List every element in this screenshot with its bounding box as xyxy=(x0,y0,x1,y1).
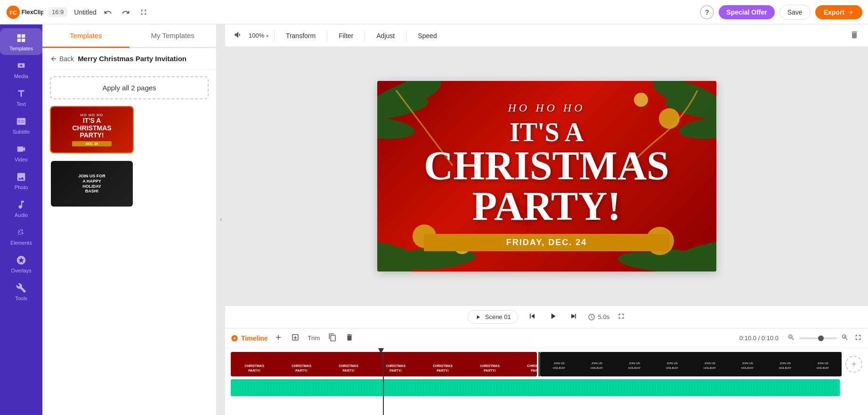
svg-point-11 xyxy=(377,235,416,265)
sidebar-item-subtitle[interactable]: Subtitle xyxy=(0,112,42,138)
sidebar-item-overlays[interactable]: Overlays xyxy=(0,250,42,277)
split-button[interactable] xyxy=(289,331,302,345)
sidebar: Templates Media Text Subtitle Video Phot… xyxy=(0,24,42,415)
main-layout: Templates Media Text Subtitle Video Phot… xyxy=(0,24,868,415)
scene-button[interactable]: Scene 01 xyxy=(468,310,518,324)
logo: FC FlexClip xyxy=(6,4,43,21)
panel-back-header: Back Merry Christmas Party Invitation xyxy=(42,48,216,70)
timeline-tracks: 01 CHRISTMAS PARTY! xyxy=(225,348,868,415)
undo-button[interactable] xyxy=(101,6,114,19)
sidebar-item-media[interactable]: Media xyxy=(0,56,42,83)
sidebar-item-photo[interactable]: Photo xyxy=(0,167,42,194)
date-badge: FRIDAY, DEC. 24 xyxy=(424,234,669,251)
ho-ho-ho-text: HO HO HO xyxy=(424,102,669,114)
christmas-text: CHRISTMAS xyxy=(424,145,669,186)
add-scene-button[interactable]: + xyxy=(845,356,862,373)
topbar: FC FlexClip 16:9 Untitled ? Special Offe… xyxy=(0,0,868,24)
canvas-toolbar: 100% ▾ Transform Filter Adjust Speed xyxy=(225,24,868,47)
canvas-wrapper: ❄ HO HO HO IT'S A CHRISTMAS PARTY! FRIDA… xyxy=(225,47,868,305)
tab-templates[interactable]: Templates xyxy=(42,24,130,48)
fullscreen-button[interactable] xyxy=(137,6,150,19)
volume-percent[interactable]: 100% ▾ xyxy=(249,32,268,39)
svg-point-14 xyxy=(678,235,716,265)
panel-content: Back Merry Christmas Party Invitation Ap… xyxy=(42,48,216,415)
sidebar-item-video[interactable]: Video xyxy=(0,139,42,166)
zoom-slider[interactable] xyxy=(799,337,837,339)
svg-text:FC: FC xyxy=(9,10,17,16)
expand-canvas-button[interactable] xyxy=(617,312,625,322)
zoom-controls xyxy=(786,332,850,344)
panel-tabs: Templates My Templates xyxy=(42,24,216,48)
sidebar-item-text[interactable]: Text xyxy=(0,84,42,111)
delete-button[interactable] xyxy=(847,28,861,43)
sidebar-item-elements[interactable]: Elements xyxy=(0,223,42,249)
svg-rect-25 xyxy=(231,352,537,376)
audio-waveform xyxy=(231,379,840,396)
timeline-label: Timeline xyxy=(231,335,268,342)
template-name: Merry Christmas Party Invitation xyxy=(78,55,187,63)
delete-clip-button[interactable] xyxy=(343,331,356,345)
add-clip-button[interactable] xyxy=(272,331,285,345)
zoom-in-button[interactable] xyxy=(840,332,850,344)
svg-point-4 xyxy=(377,93,430,126)
ratio-badge[interactable]: 16:9 xyxy=(48,7,67,17)
template-thumb-1[interactable]: HO HO HO IT'S ACHRISTMASPARTY! DEC. 24 xyxy=(50,106,134,153)
volume-button[interactable] xyxy=(232,28,245,43)
transform-button[interactable]: Transform xyxy=(280,29,321,42)
canvas-preview: ❄ HO HO HO IT'S A CHRISTMAS PARTY! FRIDA… xyxy=(377,81,716,271)
svg-point-8 xyxy=(663,93,716,126)
apply-all-button[interactable]: Apply all 2 pages xyxy=(50,76,209,99)
its-a-text: IT'S A xyxy=(424,119,669,145)
scene-clip-1[interactable]: 01 CHRISTMAS PARTY! xyxy=(231,352,537,376)
template-thumb-2[interactable]: JOIN US FORA HAPPYHOLIDAYBASH! xyxy=(50,160,134,208)
svg-rect-29 xyxy=(540,352,842,376)
save-button[interactable]: Save xyxy=(779,5,811,20)
trim-button[interactable]: Trim xyxy=(306,332,323,344)
scene-clip-2[interactable]: 02 JOIN US HOLIDAY xyxy=(540,352,842,376)
zoom-out-button[interactable] xyxy=(786,332,796,344)
template-thumbnails: HO HO HO IT'S ACHRISTMASPARTY! DEC. 24 J… xyxy=(42,106,216,215)
toolbar-divider2 xyxy=(327,30,327,41)
play-pause-button[interactable] xyxy=(546,310,560,324)
panel-collapse-handle[interactable] xyxy=(217,24,225,415)
audio-track[interactable] xyxy=(231,379,840,396)
sidebar-item-audio[interactable]: Audio xyxy=(0,195,42,222)
help-button[interactable]: ? xyxy=(700,5,714,19)
playback-controls: Scene 01 5.0s xyxy=(225,305,868,328)
svg-point-15 xyxy=(617,249,703,271)
special-offer-button[interactable]: Special Offer xyxy=(719,5,774,19)
project-title: Untitled xyxy=(74,8,96,16)
export-button[interactable]: Export xyxy=(815,5,862,19)
tab-my-templates[interactable]: My Templates xyxy=(130,24,217,48)
canvas[interactable]: ❄ HO HO HO IT'S A CHRISTMAS PARTY! FRIDA… xyxy=(377,81,716,271)
template-panel: Templates My Templates Back Merry Christ… xyxy=(42,24,217,415)
party-text: PARTY! xyxy=(424,186,669,226)
adjust-button[interactable]: Adjust xyxy=(371,29,400,42)
timeline: Timeline Trim 0:10.0 / 0:10.0 xyxy=(225,328,868,415)
timeline-toolbar: Timeline Trim 0:10.0 / 0:10.0 xyxy=(225,328,868,348)
svg-text:FlexClip: FlexClip xyxy=(22,9,43,16)
toolbar-divider xyxy=(274,30,275,41)
toolbar-divider3 xyxy=(365,30,365,41)
svg-point-5 xyxy=(377,114,416,142)
canvas-area: 100% ▾ Transform Filter Adjust Speed xyxy=(225,24,868,415)
back-button[interactable]: Back xyxy=(50,55,74,63)
redo-button[interactable] xyxy=(119,6,132,19)
toolbar-divider4 xyxy=(406,30,406,41)
next-scene-button[interactable] xyxy=(567,310,580,324)
duration-display: 5.0s xyxy=(588,313,610,321)
speed-button[interactable]: Speed xyxy=(412,29,442,42)
prev-scene-button[interactable] xyxy=(526,310,539,324)
zoom-thumb xyxy=(818,335,824,341)
duplicate-button[interactable] xyxy=(326,331,339,345)
time-display: 0:10.0 / 0:10.0 xyxy=(739,335,779,342)
video-track-row: 01 CHRISTMAS PARTY! xyxy=(231,352,862,376)
timeline-content: 01 CHRISTMAS PARTY! xyxy=(225,348,868,415)
filter-button[interactable]: Filter xyxy=(333,29,359,42)
sidebar-item-templates[interactable]: Templates xyxy=(0,28,42,55)
svg-point-9 xyxy=(678,114,716,142)
timeline-fullscreen-button[interactable] xyxy=(854,333,862,343)
sidebar-item-tools[interactable]: Tools xyxy=(0,278,42,305)
